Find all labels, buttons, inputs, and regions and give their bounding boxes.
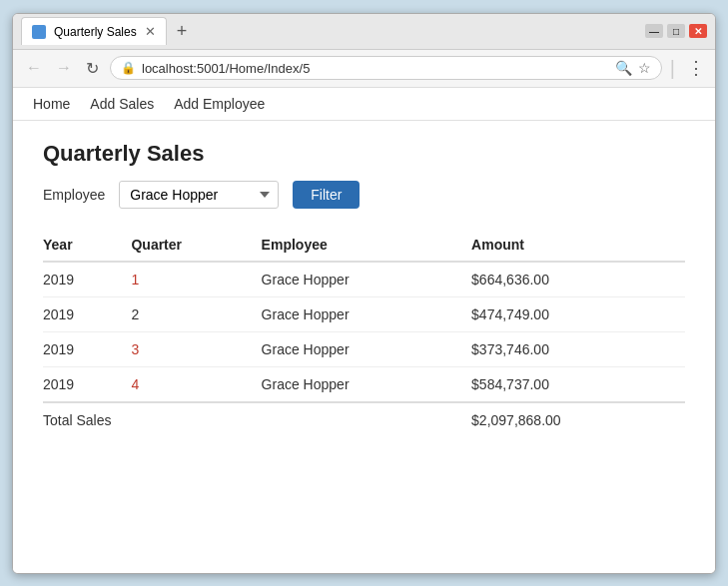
address-bar: ← → ↻ 🔒 localhost:5001/Home/Index/5 🔍 ☆ …	[13, 50, 715, 88]
cell-employee: Grace Hopper	[262, 296, 471, 331]
cell-employee: Grace Hopper	[262, 331, 471, 366]
sales-table: Year Quarter Employee Amount 20191Grace …	[43, 229, 685, 437]
cell-year: 2019	[43, 331, 131, 366]
browser-tab[interactable]: Quarterly Sales ✕	[21, 17, 167, 45]
new-tab-button[interactable]: +	[171, 22, 194, 40]
tab-close-button[interactable]: ✕	[145, 25, 156, 38]
total-amount: $2,097,868.00	[471, 402, 685, 437]
quarter-link[interactable]: 4	[131, 376, 139, 392]
cell-quarter: 2	[131, 296, 261, 331]
col-header-amount: Amount	[471, 229, 685, 262]
quarter-link[interactable]: 1	[131, 272, 139, 288]
cell-quarter: 4	[131, 366, 261, 402]
refresh-button[interactable]: ↻	[83, 59, 102, 78]
cell-amount: $373,746.00	[471, 331, 685, 366]
cell-employee: Grace Hopper	[262, 262, 471, 297]
total-row: Total Sales$2,097,868.00	[43, 402, 685, 437]
total-label: Total Sales	[43, 402, 471, 437]
url-bar[interactable]: 🔒 localhost:5001/Home/Index/5 🔍 ☆	[110, 56, 662, 80]
back-button[interactable]: ←	[23, 59, 45, 77]
col-header-employee: Employee	[262, 229, 471, 262]
browser-menu-button[interactable]: ⋮	[687, 57, 705, 79]
employee-filter-label: Employee	[43, 187, 105, 203]
table-row: 20194Grace Hopper$584,737.00	[43, 366, 685, 402]
page-title: Quarterly Sales	[43, 141, 685, 167]
divider: |	[670, 57, 675, 80]
nav-add-sales[interactable]: Add Sales	[90, 96, 154, 112]
filter-row: Employee Grace Hopper Ada Lovelace Alan …	[43, 181, 685, 209]
cell-amount: $474,749.00	[471, 296, 685, 331]
forward-button[interactable]: →	[53, 59, 75, 77]
cell-year: 2019	[43, 366, 131, 402]
table-header-row: Year Quarter Employee Amount	[43, 229, 685, 262]
tab-favicon	[32, 25, 46, 39]
site-nav: Home Add Sales Add Employee	[13, 88, 715, 121]
bookmark-icon[interactable]: ☆	[638, 60, 651, 76]
window-maximize-button[interactable]: □	[667, 24, 685, 38]
table-row: 20192Grace Hopper$474,749.00	[43, 296, 685, 331]
title-bar: Quarterly Sales ✕ + — □ ✕	[13, 14, 715, 50]
window-minimize-button[interactable]: —	[645, 24, 663, 38]
cell-amount: $584,737.00	[471, 366, 685, 402]
search-icon[interactable]: 🔍	[615, 60, 632, 76]
main-content: Quarterly Sales Employee Grace Hopper Ad…	[13, 121, 715, 573]
filter-button[interactable]: Filter	[293, 181, 360, 209]
lock-icon: 🔒	[121, 61, 136, 75]
cell-quarter: 1	[131, 262, 261, 297]
table-row: 20191Grace Hopper$664,636.00	[43, 262, 685, 297]
col-header-quarter: Quarter	[131, 229, 261, 262]
nav-home[interactable]: Home	[33, 96, 70, 112]
browser-window: Quarterly Sales ✕ + — □ ✕ ← → ↻ 🔒 localh…	[12, 13, 716, 574]
cell-year: 2019	[43, 262, 131, 297]
col-header-year: Year	[43, 229, 131, 262]
cell-employee: Grace Hopper	[262, 366, 471, 402]
window-controls: — □ ✕	[645, 24, 707, 38]
tab-title: Quarterly Sales	[54, 25, 137, 39]
cell-amount: $664,636.00	[471, 262, 685, 297]
cell-year: 2019	[43, 296, 131, 331]
employee-select[interactable]: Grace Hopper Ada Lovelace Alan Turing	[119, 181, 279, 209]
nav-add-employee[interactable]: Add Employee	[174, 96, 265, 112]
cell-quarter: 3	[131, 331, 261, 366]
url-text: localhost:5001/Home/Index/5	[142, 61, 609, 76]
quarter-link[interactable]: 3	[131, 341, 139, 357]
window-close-button[interactable]: ✕	[689, 24, 707, 38]
table-row: 20193Grace Hopper$373,746.00	[43, 331, 685, 366]
